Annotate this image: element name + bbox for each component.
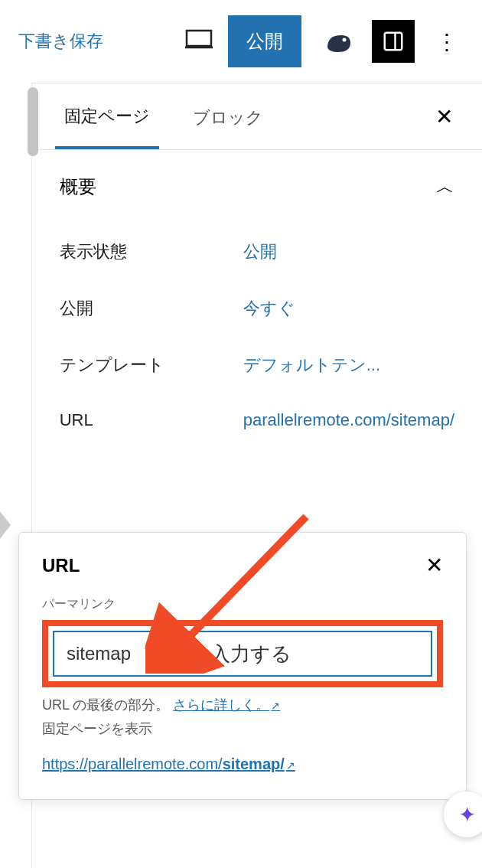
sparkle-icon: ✦	[458, 802, 476, 827]
popover-title: URL	[42, 555, 80, 576]
template-label: テンプレート	[60, 354, 243, 377]
summary-section-toggle[interactable]: 概要 ︿	[32, 150, 482, 224]
learn-more-link[interactable]: さらに詳しく。↗	[173, 697, 280, 713]
view-page-link[interactable]: https://parallelremote.com/sitemap/↗	[42, 755, 443, 773]
url-value[interactable]: parallelremote.com/sitemap/	[243, 410, 454, 430]
template-row: テンプレート デフォルトテン...	[60, 337, 454, 393]
template-value[interactable]: デフォルトテン...	[243, 354, 454, 377]
visibility-row: 表示状態 公開	[60, 224, 454, 280]
summary-section-title: 概要	[60, 175, 96, 199]
publish-button[interactable]: 公開	[228, 15, 301, 67]
tab-block[interactable]: ブロック	[184, 85, 272, 148]
external-link-icon: ↗	[271, 700, 280, 712]
permalink-help: URL の最後の部分。 さらに詳しく。↗ 固定ページを表示	[42, 693, 443, 740]
view-page-label: 固定ページを表示	[42, 721, 152, 736]
publish-row: 公開 今すぐ	[60, 280, 454, 337]
svg-rect-3	[385, 33, 402, 51]
visibility-value[interactable]: 公開	[243, 240, 454, 263]
insert-indicator-icon	[0, 511, 11, 539]
url-popover: URL ✕ パーマリンク 入力する URL の最後の部分。 さらに詳しく。↗ 固…	[18, 532, 467, 800]
jetpack-icon[interactable]	[321, 26, 352, 57]
url-row: URL parallelremote.com/sitemap/	[60, 393, 454, 447]
close-popover-icon[interactable]: ✕	[425, 553, 443, 578]
publish-label: 公開	[60, 297, 243, 320]
external-link-icon: ↗	[286, 759, 295, 772]
draft-save-button[interactable]: 下書き保存	[18, 30, 103, 53]
permalink-label: パーマリンク	[42, 596, 443, 612]
scrollbar-thumb[interactable]	[28, 87, 38, 156]
url-label: URL	[60, 410, 243, 430]
permalink-input[interactable]	[53, 631, 432, 677]
svg-rect-0	[187, 31, 211, 46]
desktop-preview-icon[interactable]	[185, 29, 213, 54]
close-sidebar-icon[interactable]: ✕	[429, 98, 459, 135]
publish-value[interactable]: 今すぐ	[243, 297, 454, 320]
help-text-prefix: URL の最後の部分。	[42, 697, 173, 713]
settings-panel-toggle[interactable]	[372, 20, 415, 63]
more-options-icon[interactable]: ⋮	[430, 29, 464, 54]
annotation-highlight: 入力する	[42, 620, 443, 687]
visibility-label: 表示状態	[60, 240, 243, 263]
chevron-up-icon: ︿	[436, 175, 454, 199]
svg-point-2	[343, 38, 347, 42]
tab-page[interactable]: 固定ページ	[55, 83, 159, 149]
